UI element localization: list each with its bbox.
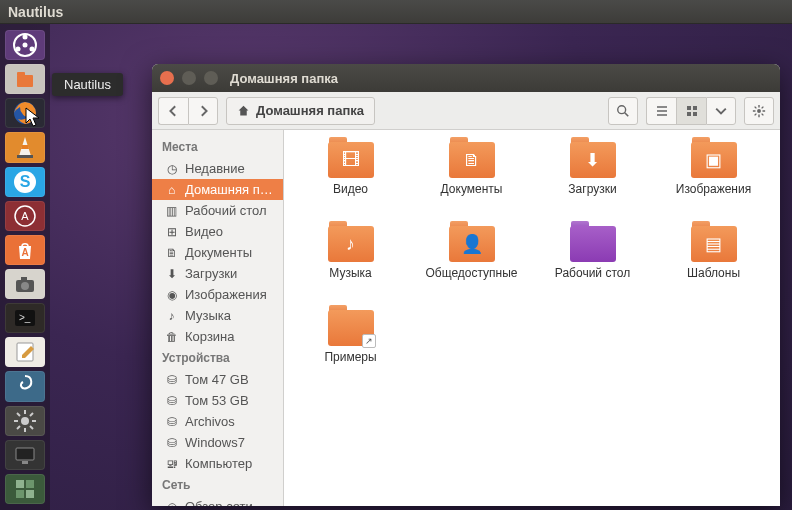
breadcrumb[interactable]: Домашняя папка <box>226 97 375 125</box>
svg-rect-33 <box>16 490 24 498</box>
sidebar-item[interactable]: ⊞Видео <box>152 221 283 242</box>
sidebar-item[interactable]: ◷Недавние <box>152 158 283 179</box>
nautilus-icon[interactable] <box>5 64 45 94</box>
system-settings-icon[interactable] <box>5 406 45 436</box>
folder-item[interactable]: 👤 Общедоступные <box>413 226 530 306</box>
symlink-badge-icon: ↗ <box>362 334 376 348</box>
window-titlebar[interactable]: Домашняя папка <box>152 64 780 92</box>
folder-grid[interactable]: 🎞 Видео 🗎 Документы ⬇ Загрузки ▣ Изображ… <box>284 130 780 506</box>
chevron-down-icon <box>715 105 727 117</box>
desktop-icon: ▥ <box>164 203 179 218</box>
launcher: SAA>_ <box>0 24 50 510</box>
launcher-tooltip: Nautilus <box>52 73 123 96</box>
search-button[interactable] <box>608 97 638 125</box>
svg-rect-29 <box>16 448 34 460</box>
window-maximize-button[interactable] <box>204 71 218 85</box>
svg-rect-30 <box>22 461 28 464</box>
svg-text:A: A <box>21 247 28 258</box>
sidebar-item-label: Archivos <box>185 414 235 429</box>
folder-label: Примеры <box>324 350 376 364</box>
folder-item[interactable]: ⬇ Загрузки <box>534 142 651 222</box>
svg-line-27 <box>17 426 20 429</box>
pc-icon: 🖳 <box>164 456 179 471</box>
svg-point-15 <box>21 282 29 290</box>
sidebar-item[interactable]: ⬇Загрузки <box>152 263 283 284</box>
svg-point-1 <box>23 43 28 48</box>
sidebar-item[interactable]: ◎Обзор сети <box>152 496 283 506</box>
folder-item[interactable]: ▤ Шаблоны <box>655 226 772 306</box>
vlc-icon[interactable] <box>5 132 45 162</box>
skype-icon[interactable]: S <box>5 167 45 197</box>
workspace-icon[interactable] <box>5 474 45 504</box>
down-icon: ⬇ <box>164 266 179 281</box>
sidebar-item[interactable]: ⛁Том 53 GB <box>152 390 283 411</box>
folder-item[interactable]: ♪ Музыка <box>292 226 409 306</box>
folder-label: Документы <box>441 182 503 196</box>
folder-item[interactable]: ▣ Изображения <box>655 142 772 222</box>
svg-rect-38 <box>693 106 697 110</box>
sidebar-section-header: Устройства <box>152 347 283 369</box>
gear-icon <box>752 104 766 118</box>
sidebar-item-label: Изображения <box>185 287 267 302</box>
home-icon: ⌂ <box>164 182 179 197</box>
svg-rect-39 <box>687 112 691 116</box>
svg-rect-37 <box>687 106 691 110</box>
sidebar-item[interactable]: ⛁Том 47 GB <box>152 369 283 390</box>
settings-icon[interactable] <box>5 371 45 401</box>
sidebar-item[interactable]: ⛁Windows7 <box>152 432 283 453</box>
sidebar-item-label: Компьютер <box>185 456 252 471</box>
breadcrumb-label: Домашняя папка <box>256 103 364 118</box>
window-close-button[interactable] <box>160 71 174 85</box>
view-grid-button[interactable] <box>676 97 706 125</box>
folder-item[interactable]: 🗎 Документы <box>413 142 530 222</box>
video-icon: ⊞ <box>164 224 179 239</box>
sidebar-item[interactable]: 🖳Компьютер <box>152 453 283 474</box>
sidebar-item[interactable]: ▥Рабочий стол <box>152 200 283 221</box>
software-center-icon[interactable]: A <box>5 235 45 265</box>
svg-point-35 <box>618 105 626 113</box>
display-icon[interactable] <box>5 440 45 470</box>
toolbar: Домашняя папка <box>152 92 780 130</box>
sidebar-section-header: Места <box>152 136 283 158</box>
folder-icon: 👤 <box>449 226 495 262</box>
nautilus-window: Домашняя папка Домашняя папка <box>152 64 780 506</box>
sidebar-item-label: Домашняя п… <box>185 182 273 197</box>
folder-item[interactable]: ↗ Примеры <box>292 310 409 390</box>
terminal-icon[interactable]: >_ <box>5 303 45 333</box>
update-icon[interactable]: A <box>5 201 45 231</box>
folder-icon <box>570 226 616 262</box>
chevron-left-icon <box>168 105 180 117</box>
window-menu-button[interactable] <box>744 97 774 125</box>
folder-icon: 🗎 <box>449 142 495 178</box>
sidebar-item[interactable]: ⛁Archivos <box>152 411 283 432</box>
svg-line-48 <box>755 113 757 115</box>
svg-text:>_: >_ <box>19 312 31 323</box>
folder-icon: ▣ <box>691 142 737 178</box>
sidebar-item-label: Том 53 GB <box>185 393 249 408</box>
svg-point-3 <box>16 47 21 52</box>
folder-icon: 🎞 <box>328 142 374 178</box>
nav-forward-button[interactable] <box>188 97 218 125</box>
folder-item[interactable]: 🎞 Видео <box>292 142 409 222</box>
sidebar-item[interactable]: ⌂Домашняя п… <box>152 179 283 200</box>
view-options-button[interactable] <box>706 97 736 125</box>
svg-line-49 <box>762 106 764 108</box>
firefox-icon[interactable] <box>5 98 45 128</box>
svg-line-47 <box>762 113 764 115</box>
sidebar-item[interactable]: ♪Музыка <box>152 305 283 326</box>
folder-item[interactable]: Рабочий стол <box>534 226 651 306</box>
folder-icon: ♪ <box>328 226 374 262</box>
folder-icon: ▤ <box>691 226 737 262</box>
screenshot-icon[interactable] <box>5 269 45 299</box>
sidebar-item[interactable]: 🗑Корзина <box>152 326 283 347</box>
dash-icon[interactable] <box>5 30 45 60</box>
window-minimize-button[interactable] <box>182 71 196 85</box>
desktop: SAA>_ Nautilus Домашняя папка Домашняя п… <box>0 24 792 510</box>
sidebar-item[interactable]: ◉Изображения <box>152 284 283 305</box>
folder-label: Рабочий стол <box>555 266 630 280</box>
text-editor-icon[interactable] <box>5 337 45 367</box>
pic-icon: ◉ <box>164 287 179 302</box>
sidebar-item[interactable]: 🗎Документы <box>152 242 283 263</box>
view-list-button[interactable] <box>646 97 676 125</box>
nav-back-button[interactable] <box>158 97 188 125</box>
